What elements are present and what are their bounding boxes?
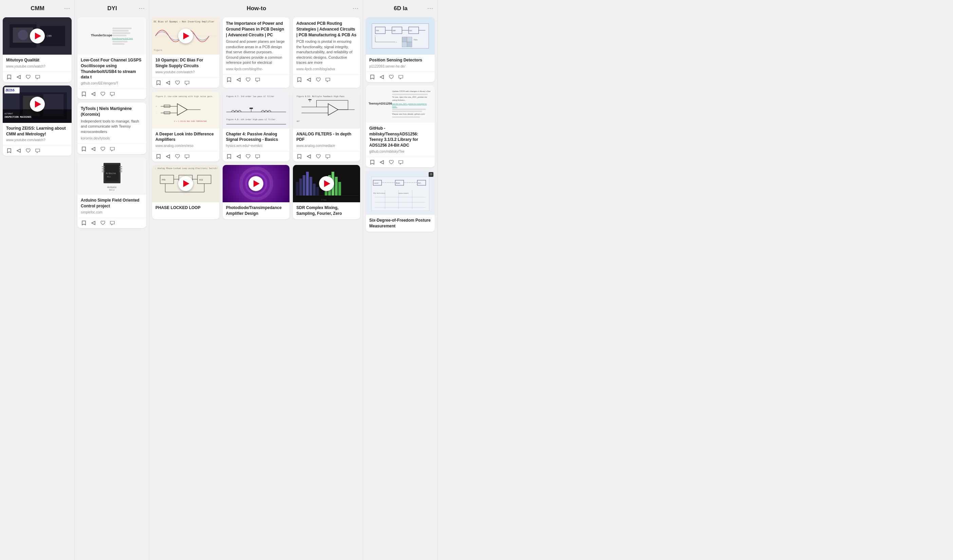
cards-grid-howto: DC Bias of Opamps – Non Inverting Amplif… — [149, 15, 363, 221]
like-icon-cmm-1[interactable] — [25, 74, 31, 80]
bookmark-icon-6d-2[interactable] — [369, 159, 376, 165]
comment-icon-dyi-3[interactable] — [109, 220, 115, 226]
svg-rect-104 — [402, 37, 407, 42]
card-actions-howto-5 — [223, 151, 290, 161]
share-icon-cmm-1[interactable] — [16, 74, 22, 80]
card-body-dyi-1: Low-Cost Four Channel 1GSPS Oscilliscope… — [78, 55, 146, 88]
svg-rect-21 — [102, 171, 104, 172]
like-icon-howto-2[interactable] — [245, 77, 251, 83]
svg-rect-19 — [102, 168, 104, 169]
comment-icon-howto-4[interactable] — [184, 154, 190, 160]
bookmark-icon-dyi-1[interactable] — [81, 91, 87, 97]
card-title-howto-5: Chapter 4: Passive Analog Signal Process… — [226, 131, 286, 143]
svg-rect-87 — [338, 182, 341, 195]
bookmark-icon-howto-1[interactable] — [155, 80, 161, 86]
comment-icon-cmm-1[interactable] — [35, 74, 41, 80]
like-icon-dyi-1[interactable] — [100, 91, 106, 97]
column-menu-dyi[interactable]: ··· — [139, 5, 145, 12]
share-icon-6d-2[interactable] — [379, 159, 385, 165]
share-icon-howto-2[interactable] — [236, 77, 242, 83]
svg-rect-107 — [407, 42, 412, 47]
svg-text:DC Bias of Opamps – Non Invert: DC Bias of Opamps – Non Inverting Amplif… — [154, 20, 214, 23]
card-thumbnail-6d-2: TeensyADS1256 Update STCR with changes i… — [366, 85, 435, 123]
card-thumbnail-dyi-3: Arduino MCU Arduino MCU — [78, 157, 146, 195]
like-icon-dyi-2[interactable] — [100, 146, 106, 152]
bookmark-icon-howto-2[interactable] — [226, 77, 232, 83]
comment-icon-howto-2[interactable] — [255, 77, 261, 83]
share-icon-cmm-2[interactable] — [16, 147, 22, 154]
bookmark-icon-howto-6[interactable] — [296, 154, 303, 160]
comment-icon-6d-2[interactable] — [398, 159, 404, 165]
comment-icon-6d-1[interactable] — [398, 74, 404, 80]
play-button-howto-1[interactable] — [178, 28, 193, 43]
column-cmm: CMM ··· CMM — [0, 0, 75, 560]
bookmark-icon-howto-5[interactable] — [226, 154, 232, 160]
column-menu-cmm[interactable]: ··· — [64, 5, 70, 12]
like-icon-dyi-3[interactable] — [100, 220, 106, 226]
play-button-cmm-2[interactable] — [30, 97, 45, 112]
like-icon-howto-5[interactable] — [245, 154, 251, 160]
share-icon-howto-4[interactable] — [165, 154, 171, 160]
comment-icon-howto-1[interactable] — [184, 80, 190, 86]
play-icon-cmm-2 — [35, 101, 41, 108]
comment-icon-howto-5[interactable] — [255, 154, 261, 160]
share-icon-howto-5[interactable] — [236, 154, 242, 160]
comment-icon-howto-3[interactable] — [325, 77, 331, 83]
card-title-dyi-2: TyTools | Niels Martignène (Koromix) — [81, 106, 143, 118]
card-6d-2: TeensyADS1256 Update STCR with changes i… — [366, 85, 435, 168]
card-url-howto-2: www.4pcb.com/blog/the- — [226, 67, 286, 71]
column-title-cmm: CMM — [11, 5, 64, 12]
card-url-cmm-1: www.youtube.com/watch? — [6, 65, 68, 68]
share-icon-dyi-3[interactable] — [90, 220, 96, 226]
like-icon-howto-4[interactable] — [174, 154, 180, 160]
like-icon-6d-1[interactable] — [388, 74, 394, 80]
bookmark-icon-howto-4[interactable] — [155, 154, 161, 160]
card-title-howto-2: The Importance of Power and Ground Plane… — [226, 21, 286, 38]
svg-rect-105 — [407, 37, 412, 42]
bookmark-icon-howto-3[interactable] — [296, 77, 303, 83]
bookmark-icon-6d-1[interactable] — [369, 74, 376, 80]
like-icon-howto-1[interactable] — [174, 80, 180, 86]
bookmark-icon-dyi-3[interactable] — [81, 220, 87, 226]
share-icon-6d-1[interactable] — [379, 74, 385, 80]
play-icon-cmm-1 — [35, 33, 41, 39]
play-button-cmm-1[interactable] — [30, 28, 45, 43]
card-thumbnail-6d-3: ⊡ Laser Beam Det. — [366, 171, 435, 215]
like-icon-howto-6[interactable] — [315, 154, 321, 160]
bookmark-icon-cmm-1[interactable] — [6, 74, 12, 80]
share-icon-howto-1[interactable] — [165, 80, 171, 86]
comment-icon-dyi-2[interactable] — [109, 146, 115, 152]
comment-icon-howto-6[interactable] — [325, 154, 331, 160]
like-icon-6d-2[interactable] — [388, 159, 394, 165]
bookmark-icon-cmm-2[interactable] — [6, 147, 12, 154]
svg-text:measurement: measurement — [399, 192, 409, 194]
svg-text:PSDs: PSDs — [414, 39, 418, 41]
svg-text:Figure 8.53: Multiple Feedback: Figure 8.53: Multiple Feedback High-Pass — [296, 95, 345, 98]
arduino-svg: Arduino MCU — [102, 161, 122, 185]
play-button-howto-7[interactable] — [178, 176, 193, 191]
svg-text:MCU: MCU — [107, 175, 111, 178]
card-body-6d-2: GitHub - mbilsky/TeensyADS1256: Teensy 3… — [366, 123, 435, 157]
comment-icon-cmm-2[interactable] — [35, 147, 41, 154]
share-icon-howto-6[interactable] — [306, 154, 312, 160]
card-title-howto-3: Advanced PCB Routing Strategies | Advanc… — [296, 21, 357, 38]
passive-analog-svg: Figure 4.7: 3rd order low pass LC filter… — [225, 93, 288, 127]
column-menu-howto[interactable]: ··· — [352, 5, 359, 12]
share-icon-dyi-1[interactable] — [90, 91, 96, 97]
comment-icon-dyi-1[interactable] — [109, 91, 115, 97]
share-icon-dyi-2[interactable] — [90, 146, 96, 152]
share-icon-howto-3[interactable] — [306, 77, 312, 83]
card-thumbnail-cmm-1: CMM — [3, 17, 71, 55]
svg-point-3 — [18, 30, 28, 40]
svg-text:Figure 4.7: 3rd order low pass: Figure 4.7: 3rd order low pass LC filter — [227, 95, 275, 98]
svg-rect-23 — [120, 168, 122, 169]
card-dyi-3: Arduino MCU Arduino MCU Arduino Simple F… — [78, 157, 146, 228]
card-title-howto-7: PHASE LOCKED LOOP — [155, 205, 216, 211]
like-icon-cmm-2[interactable] — [25, 147, 31, 154]
card-title-howto-9: SDR Complex Mixing, Sampling, Fourier, Z… — [296, 205, 357, 217]
bookmark-icon-dyi-2[interactable] — [81, 146, 87, 152]
like-icon-howto-3[interactable] — [315, 77, 321, 83]
svg-text:PSD Reference: PSD Reference — [373, 192, 385, 194]
column-menu-6d[interactable]: ··· — [427, 5, 433, 12]
card-title-howto-4: A Deeper Look into Difference Amplifiers — [155, 131, 216, 143]
